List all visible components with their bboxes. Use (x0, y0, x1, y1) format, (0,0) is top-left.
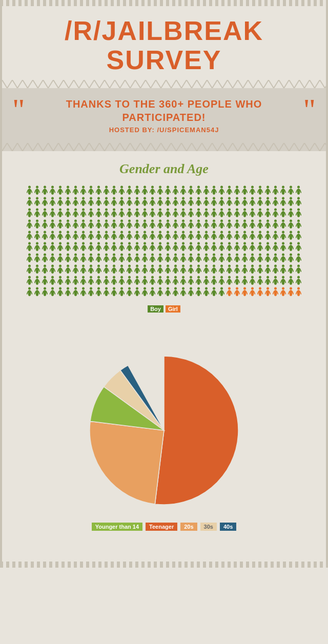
svg-point-138 (105, 197, 108, 200)
svg-line-944 (231, 280, 232, 283)
svg-line-85 (242, 190, 243, 193)
person-icon (195, 219, 202, 229)
svg-line-748 (281, 258, 282, 260)
person-icon (118, 242, 125, 252)
svg-point-291 (220, 209, 223, 211)
svg-line-712 (189, 258, 190, 260)
person-icon (188, 219, 194, 229)
svg-line-388 (189, 224, 190, 226)
person-icon (57, 287, 64, 297)
svg-line-23 (85, 190, 86, 193)
svg-line-1019 (147, 292, 148, 294)
svg-line-995 (85, 292, 86, 294)
svg-line-491 (177, 235, 178, 238)
person-icon (80, 231, 87, 240)
svg-line-328 (35, 224, 36, 226)
svg-line-875 (54, 280, 55, 283)
svg-line-965 (285, 280, 286, 283)
svg-line-451 (73, 235, 74, 238)
svg-line-329 (39, 224, 40, 226)
svg-line-1033 (181, 292, 182, 294)
svg-line-439 (43, 235, 44, 238)
svg-line-464 (108, 235, 109, 238)
svg-point-1005 (113, 287, 115, 290)
person-icon (157, 287, 163, 297)
person-icon (257, 197, 263, 206)
person-icon (172, 197, 179, 206)
person-icon (288, 242, 294, 252)
person-icon (218, 185, 225, 195)
person-icon (218, 208, 225, 218)
svg-line-862 (296, 269, 297, 272)
person-icon (234, 208, 240, 218)
person-icon (241, 264, 248, 274)
svg-line-851 (270, 269, 271, 272)
svg-line-980 (47, 292, 48, 294)
svg-line-644 (293, 246, 294, 249)
svg-line-908 (139, 280, 140, 283)
svg-line-773 (70, 269, 71, 272)
svg-point-174 (197, 197, 200, 200)
person-icon (257, 287, 263, 297)
person-icon (226, 264, 233, 274)
svg-line-898 (112, 280, 113, 283)
svg-point-900 (120, 276, 123, 279)
svg-point-843 (251, 265, 254, 267)
person-icon (180, 253, 187, 263)
svg-line-535 (289, 235, 290, 238)
svg-line-383 (177, 224, 178, 226)
svg-line-1052 (231, 292, 232, 294)
svg-line-247 (104, 213, 105, 215)
svg-point-1059 (251, 287, 254, 290)
svg-point-153 (144, 197, 146, 200)
svg-point-273 (174, 209, 177, 211)
svg-line-17 (70, 190, 71, 193)
svg-point-54 (167, 186, 169, 189)
svg-line-841 (242, 269, 243, 272)
person-icon (103, 185, 110, 195)
svg-point-954 (259, 276, 261, 279)
person-icon (134, 242, 140, 252)
person-icon (134, 208, 140, 218)
svg-point-192 (243, 197, 246, 200)
svg-point-816 (182, 265, 184, 267)
svg-line-256 (127, 213, 128, 215)
svg-line-170 (185, 201, 186, 204)
svg-line-239 (85, 213, 86, 215)
svg-line-277 (181, 213, 182, 215)
svg-line-778 (81, 269, 82, 272)
svg-point-63 (190, 186, 192, 189)
person-icon (188, 276, 194, 285)
svg-line-314 (277, 213, 278, 215)
svg-line-217 (27, 213, 28, 215)
svg-line-281 (193, 213, 194, 215)
person-icon (118, 287, 125, 297)
svg-line-175 (196, 201, 197, 204)
person-icon (165, 287, 171, 297)
svg-point-591 (159, 242, 161, 245)
svg-line-842 (247, 269, 248, 272)
svg-line-725 (223, 258, 224, 260)
svg-line-611 (208, 246, 209, 249)
svg-line-59 (177, 190, 178, 193)
svg-line-668 (77, 258, 78, 260)
svg-point-618 (228, 242, 231, 245)
svg-line-487 (166, 235, 167, 238)
svg-line-955 (258, 280, 259, 283)
svg-line-1003 (104, 292, 105, 294)
svg-point-924 (182, 276, 184, 279)
svg-point-321 (297, 209, 300, 211)
svg-point-195 (251, 197, 254, 200)
svg-line-322 (296, 213, 297, 215)
svg-line-767 (54, 269, 55, 272)
person-icon (272, 242, 279, 252)
person-icon (249, 253, 256, 263)
age-legend-item: Teenager (146, 523, 177, 531)
person-icon (111, 253, 117, 263)
person-icon (157, 253, 163, 263)
svg-point-24 (90, 186, 92, 189)
person-icon (257, 242, 263, 252)
svg-line-176 (200, 201, 201, 204)
svg-point-207 (282, 197, 284, 200)
svg-point-243 (97, 209, 100, 211)
